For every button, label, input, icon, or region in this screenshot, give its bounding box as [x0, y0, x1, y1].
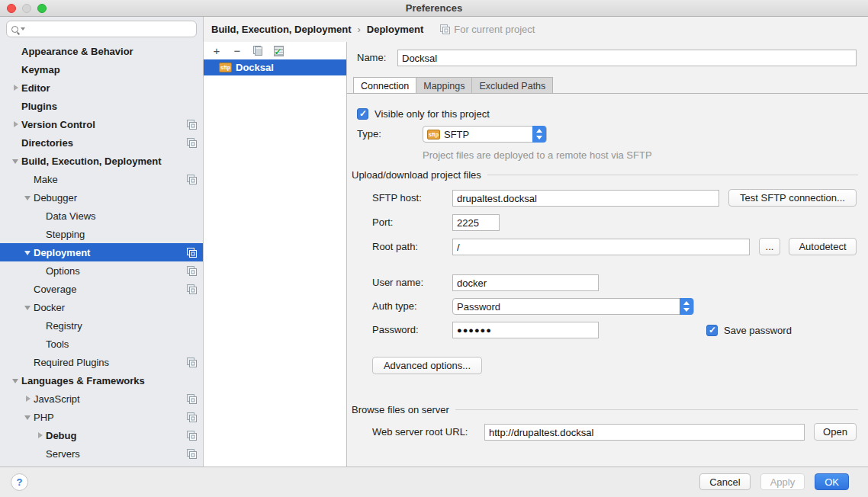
chevron-right-icon[interactable]: [23, 393, 34, 404]
tree-indent: [23, 284, 34, 294]
web-root-input[interactable]: [484, 424, 805, 441]
apply-button[interactable]: Apply: [760, 473, 805, 490]
sftp-host-label: SFTP host:: [372, 190, 422, 207]
select-stepper-icon[interactable]: [532, 126, 546, 143]
sidebar-item-directories[interactable]: Directories: [0, 133, 203, 152]
sidebar-item-version-control[interactable]: Version Control: [0, 115, 203, 133]
chevron-right-icon[interactable]: [11, 82, 21, 93]
sidebar-item-build-execution-deployment[interactable]: Build, Execution, Deployment: [0, 152, 203, 170]
sidebar-item-plugins[interactable]: Plugins: [0, 97, 203, 115]
tree-indent: [11, 46, 21, 56]
sidebar-item-label: Docker: [34, 302, 65, 313]
port-input[interactable]: [452, 214, 500, 231]
sidebar-item-label: Plugins: [21, 101, 57, 112]
advanced-options-button[interactable]: Advanced options...: [372, 357, 482, 374]
sftp-icon: sftp: [427, 130, 440, 139]
sidebar-item-label: Registry: [46, 320, 82, 332]
sidebar-item-editor[interactable]: Editor: [0, 79, 203, 97]
chevron-down-icon[interactable]: [11, 156, 21, 166]
tab-excluded-paths[interactable]: Excluded Paths: [472, 77, 553, 94]
add-server-button[interactable]: +: [211, 45, 223, 57]
user-name-input[interactable]: [452, 274, 599, 291]
autodetect-button[interactable]: Autodetect: [789, 238, 857, 255]
tree-indent: [35, 229, 46, 239]
password-input[interactable]: [452, 322, 599, 338]
sidebar-item-keymap[interactable]: Keymap: [0, 60, 203, 79]
sidebar-item-data-views[interactable]: Data Views: [0, 207, 203, 225]
visible-only-checkbox[interactable]: [357, 108, 368, 120]
sidebar-item-options[interactable]: Options: [0, 261, 203, 280]
tree-indent: [35, 448, 46, 459]
tab-mappings[interactable]: Mappings: [416, 77, 472, 94]
remove-server-button[interactable]: −: [231, 45, 243, 57]
root-path-input[interactable]: [452, 239, 750, 255]
sidebar-item-registry[interactable]: Registry: [0, 316, 203, 335]
server-item-docksal[interactable]: sftpDocksal: [204, 59, 346, 75]
sidebar-item-label: Data Views: [46, 210, 96, 222]
project-level-icon: [187, 120, 197, 130]
select-stepper-icon[interactable]: [680, 298, 693, 315]
project-level-icon: [187, 358, 197, 367]
search-input[interactable]: [6, 21, 197, 37]
sidebar-item-coverage[interactable]: Coverage: [0, 280, 203, 298]
sidebar-item-label: JavaScript: [34, 393, 80, 405]
window-title: Preferences: [0, 2, 868, 14]
browse-root-path-button[interactable]: ...: [759, 238, 780, 255]
copy-server-button[interactable]: [252, 45, 264, 57]
chevron-right-icon[interactable]: [35, 430, 46, 441]
chevron-down-icon[interactable]: [23, 247, 34, 258]
sidebar-item-languages-frameworks[interactable]: Languages & Frameworks: [0, 371, 203, 390]
sidebar-item-required-plugins[interactable]: Required Plugins: [0, 353, 203, 371]
sidebar-item-debug[interactable]: Debug: [0, 426, 203, 444]
chevron-down-icon[interactable]: [23, 302, 34, 313]
help-button[interactable]: ?: [11, 473, 28, 491]
use-as-default-button[interactable]: [272, 45, 285, 57]
sidebar-item-deployment[interactable]: Deployment: [0, 243, 203, 261]
auth-type-select[interactable]: Password: [452, 298, 694, 315]
sidebar-item-debugger[interactable]: Debugger: [0, 188, 203, 207]
sidebar-item-docker[interactable]: Docker: [0, 298, 203, 316]
user-name-label: User name:: [372, 274, 423, 291]
for-current-project-label: For current project: [454, 24, 535, 35]
sidebar-item-label: Options: [46, 265, 80, 277]
sftp-host-input[interactable]: [452, 190, 719, 207]
sidebar-item-javascript[interactable]: JavaScript: [0, 390, 203, 408]
tree-indent: [35, 210, 46, 221]
chevron-down-icon[interactable]: [23, 192, 34, 203]
type-hint: Project files are deployed to a remote h…: [423, 149, 652, 161]
project-level-icon: [187, 284, 197, 294]
project-level-icon: [187, 449, 197, 459]
sidebar-item-tools[interactable]: Tools: [0, 335, 203, 353]
tab-connection[interactable]: Connection: [353, 77, 416, 94]
chevron-down-icon[interactable]: [23, 412, 34, 422]
sidebar-item-label: Keymap: [21, 64, 60, 75]
sidebar-item-servers[interactable]: Servers: [0, 444, 203, 463]
save-password-checkbox[interactable]: [706, 325, 718, 336]
server-list: sftpDocksal: [204, 59, 346, 75]
test-sftp-connection-button[interactable]: Test SFTP connection...: [728, 189, 857, 207]
chevron-right-icon[interactable]: [11, 119, 21, 130]
ok-button[interactable]: OK: [815, 473, 849, 490]
visible-only-checkbox-row: Visible only for this project: [357, 105, 490, 122]
project-level-icon: [187, 248, 197, 258]
section-divider: [487, 175, 858, 175]
open-url-button[interactable]: Open: [814, 423, 857, 441]
name-input[interactable]: [397, 50, 857, 66]
tree-indent: [11, 101, 21, 111]
check-page-icon: [274, 46, 284, 56]
chevron-down-icon[interactable]: [11, 375, 21, 386]
sidebar-item-appearance-behavior[interactable]: Appearance & Behavior: [0, 42, 203, 60]
sidebar-item-label: Debugger: [34, 192, 77, 204]
project-level-icon: [187, 175, 197, 184]
sidebar-item-make[interactable]: Make: [0, 170, 203, 188]
sidebar-item-label: Tools: [46, 338, 69, 350]
type-select[interactable]: sftp SFTP: [423, 126, 547, 143]
web-root-label: Web server root URL:: [372, 424, 468, 441]
sidebar-item-php[interactable]: PHP: [0, 408, 203, 426]
sidebar-item-stepping[interactable]: Stepping: [0, 225, 203, 243]
sidebar-item-label: Deployment: [34, 247, 90, 258]
cancel-button[interactable]: Cancel: [699, 473, 750, 490]
auth-type-label: Auth type:: [372, 298, 417, 315]
breadcrumb-parent[interactable]: Build, Execution, Deployment: [211, 24, 351, 35]
search-options-chevron-icon[interactable]: [21, 27, 25, 30]
